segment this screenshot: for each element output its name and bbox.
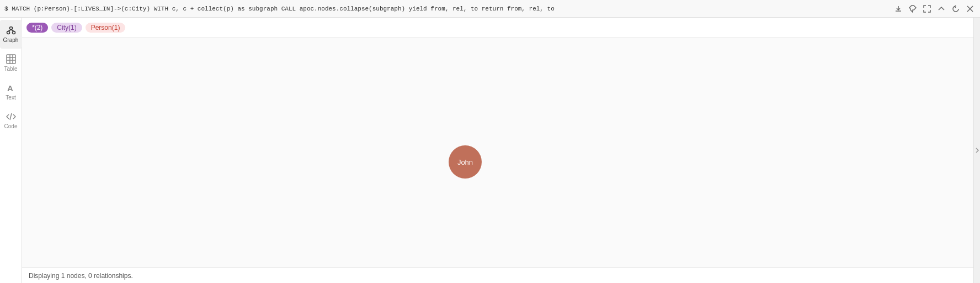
sidebar-item-code[interactable]: Code — [0, 106, 22, 135]
sidebar-item-text[interactable]: A Text — [0, 77, 22, 106]
top-bar: $ MATCH (p:Person)-[:LIVES_IN]->(c:City)… — [0, 0, 980, 18]
svg-rect-5 — [7, 55, 15, 64]
sidebar-item-table[interactable]: Table — [0, 49, 22, 77]
svg-point-1 — [7, 32, 9, 34]
reset-icon[interactable] — [950, 3, 961, 14]
top-bar-icons — [893, 3, 976, 14]
tag-person[interactable]: Person(1) — [86, 23, 126, 33]
sidebar-code-label: Code — [4, 123, 18, 129]
fullscreen-icon[interactable] — [922, 3, 933, 14]
tag-all[interactable]: *(2) — [26, 23, 48, 33]
view-sidebar: Graph Table A Text Code — [0, 18, 22, 283]
svg-point-0 — [9, 27, 12, 30]
pin-icon[interactable] — [907, 3, 918, 14]
svg-text:A: A — [7, 83, 13, 93]
status-text: Displaying 1 nodes, 0 relationships. — [29, 272, 133, 280]
svg-line-3 — [8, 30, 11, 32]
close-icon[interactable] — [965, 3, 976, 14]
graph-canvas[interactable]: John — [22, 38, 973, 268]
right-panel-toggle[interactable] — [973, 18, 980, 283]
sidebar-text-label: Text — [6, 95, 15, 101]
content-area: *(2) City(1) Person(1) John Displaying 1… — [22, 18, 973, 283]
tag-city[interactable]: City(1) — [51, 23, 82, 33]
collapse-icon[interactable] — [936, 3, 947, 14]
sidebar-graph-label: Graph — [3, 37, 19, 43]
tag-bar: *(2) City(1) Person(1) — [22, 18, 973, 38]
svg-point-2 — [12, 32, 15, 34]
query-text: $ MATCH (p:Person)-[:LIVES_IN]->(c:City)… — [4, 6, 888, 12]
node-john[interactable]: John — [449, 145, 482, 179]
main-layout: Graph Table A Text Code — [0, 18, 980, 283]
svg-line-4 — [11, 30, 14, 32]
status-bar: Displaying 1 nodes, 0 relationships. — [22, 268, 973, 283]
sidebar-item-graph[interactable]: Graph — [0, 20, 22, 49]
download-icon[interactable] — [893, 3, 904, 14]
sidebar-table-label: Table — [4, 66, 18, 72]
